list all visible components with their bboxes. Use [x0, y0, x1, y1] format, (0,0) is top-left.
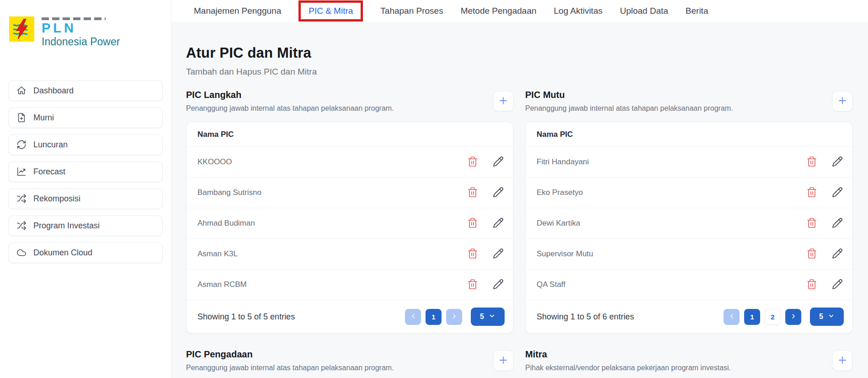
table-row: Asman K3L [186, 239, 513, 270]
sidebar-item-label: Rekomposisi [33, 194, 80, 204]
pagination-page-button[interactable]: 2 [765, 309, 781, 325]
tab-pic-mitra[interactable]: PIC & Mitra [309, 6, 353, 16]
row-actions [467, 279, 504, 291]
delete-button[interactable] [467, 187, 478, 199]
pagination-next-button[interactable] [785, 309, 801, 325]
section-pic-langkah: PIC Langkah Penanggung jawab internal at… [186, 90, 513, 334]
pagination-prev-button[interactable] [405, 309, 421, 325]
pic-name: Asman RCBM [197, 280, 247, 289]
table-body: KKOOOOBambang SutrisnoAhmad BudimanAsman… [186, 147, 513, 300]
panel-description: Penanggung jawab internal atas tahapan p… [186, 104, 394, 113]
sidebar-item-dashboard[interactable]: Dashboard [8, 81, 163, 101]
row-actions [806, 156, 843, 168]
delete-button[interactable] [806, 217, 817, 230]
add-mitra-button[interactable] [832, 351, 852, 371]
panel-title: Mitra [525, 349, 731, 360]
chevron-right-icon [790, 313, 797, 321]
add-pic-button[interactable] [493, 351, 513, 371]
table-body: Fitri HandayaniEko PrasetyoDewi KartikaS… [526, 147, 852, 300]
pagination-page-button[interactable]: 1 [426, 309, 442, 325]
annotation-red-box: PIC & Mitra [298, 0, 363, 22]
pencil-icon [832, 279, 843, 291]
pencil-icon [832, 156, 843, 168]
pagination-next-button[interactable] [446, 309, 462, 325]
tab-berita[interactable]: Berita [686, 6, 708, 16]
panel-header: PIC Langkah Penanggung jawab internal at… [186, 90, 513, 113]
edit-button[interactable] [832, 156, 843, 168]
pencil-icon [493, 248, 504, 260]
add-pic-button[interactable] [493, 91, 513, 111]
add-pic-button[interactable] [832, 91, 852, 111]
edit-button[interactable] [493, 279, 504, 291]
sidebar-item-dokumen-cloud[interactable]: Dokumen Cloud [8, 243, 163, 263]
table-column-header: Nama PIC [526, 122, 852, 147]
page-size-value: 5 [819, 313, 823, 321]
edit-button[interactable] [832, 187, 843, 199]
edit-button[interactable] [832, 248, 843, 260]
delete-button[interactable] [467, 217, 478, 230]
edit-button[interactable] [493, 217, 504, 230]
pln-logo-icon [9, 16, 34, 42]
table-row: Eko Prasetyo [526, 178, 852, 208]
brand-subtitle: Indonesia Power [42, 36, 120, 49]
sidebar: PLN Indonesia Power DashboardMurniLuncur… [0, 0, 171, 378]
edit-button[interactable] [493, 187, 504, 199]
sidebar-item-program-investasi[interactable]: Program Investasi [8, 216, 163, 236]
tab-metode-pengadaan[interactable]: Metode Pengadaan [461, 6, 537, 16]
pencil-icon [493, 279, 504, 291]
pencil-icon [493, 187, 504, 199]
edit-button[interactable] [832, 217, 843, 230]
trash-icon [806, 187, 817, 199]
delete-button[interactable] [467, 156, 478, 168]
page-size-select[interactable]: 5 [471, 308, 505, 326]
delete-button[interactable] [806, 156, 817, 168]
sidebar-item-label: Forecast [33, 167, 65, 177]
pagination-page-button[interactable]: 1 [744, 309, 760, 325]
sidebar-item-rekomposisi[interactable]: Rekomposisi [8, 189, 163, 209]
delete-button[interactable] [806, 187, 817, 199]
trash-icon [806, 279, 817, 291]
sidebar-item-forecast[interactable]: Forecast [8, 162, 163, 182]
sidebar-item-label: Dokumen Cloud [33, 248, 92, 258]
edit-button[interactable] [493, 248, 504, 260]
pencil-icon [832, 187, 843, 199]
page-size-select[interactable]: 5 [810, 308, 844, 326]
file-plus-icon [16, 113, 27, 123]
tab-upload-data[interactable]: Upload Data [620, 6, 668, 16]
table-row: Bambang Sutrisno [186, 178, 513, 208]
table-column-header: Nama PIC [186, 122, 513, 147]
pic-name: Dewi Kartika [537, 219, 580, 228]
trash-icon [467, 187, 478, 199]
table-row: Dewi Kartika [526, 208, 852, 239]
sidebar-item-luncuran[interactable]: Luncuran [8, 135, 163, 155]
sidebar-menu: DashboardMurniLuncuranForecastRekomposis… [0, 81, 171, 263]
table-row: QA Staff [526, 270, 852, 300]
pic-table-card: Nama PIC KKOOOOBambang SutrisnoAhmad Bud… [186, 122, 513, 334]
line-chart-icon [16, 167, 27, 177]
delete-button[interactable] [467, 279, 478, 291]
pencil-icon [832, 248, 843, 260]
delete-button[interactable] [467, 248, 478, 260]
showing-entries-label: Showing 1 to 5 of 6 entries [537, 312, 634, 322]
tab-tahapan-proses[interactable]: Tahapan Proses [380, 6, 443, 16]
table-row: Supervisor Mutu [526, 239, 852, 270]
panel-header: PIC Mutu Penanggung jawab internal atas … [525, 90, 852, 113]
chevron-down-icon [489, 313, 495, 321]
delete-button[interactable] [806, 248, 817, 260]
edit-button[interactable] [493, 156, 504, 168]
pic-name: QA Staff [537, 280, 565, 289]
panel-title: PIC Langkah [186, 90, 394, 100]
sidebar-item-murni[interactable]: Murni [8, 108, 163, 128]
edit-button[interactable] [832, 279, 843, 291]
delete-button[interactable] [806, 279, 817, 291]
trash-icon [806, 217, 817, 230]
pagination-prev-button[interactable] [724, 309, 740, 325]
tab-log-aktivitas[interactable]: Log Aktivitas [554, 6, 603, 16]
pic-name: Asman K3L [197, 249, 238, 259]
shuffle-icon [16, 194, 27, 204]
trash-icon [806, 248, 817, 260]
table-row: Asman RCBM [186, 270, 513, 300]
tab-manajemen-pengguna[interactable]: Manajemen Pengguna [194, 6, 281, 16]
pagination: 125 [724, 308, 844, 326]
page-size-value: 5 [480, 313, 484, 321]
